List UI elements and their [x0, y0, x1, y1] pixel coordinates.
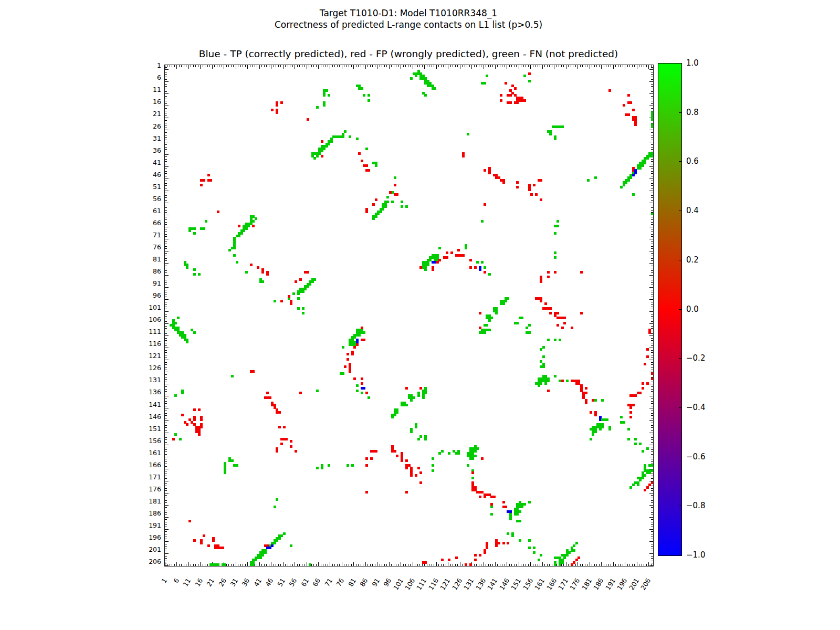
heatmap-cell: [337, 135, 340, 138]
heatmap-cell: [316, 155, 319, 158]
heatmap-cell: [549, 133, 552, 135]
heatmap-cell: [474, 455, 477, 457]
heatmap-cell: [484, 203, 486, 206]
heatmap-cell: [285, 438, 288, 440]
heatmap-cell: [502, 302, 505, 305]
heatmap-cell: [401, 459, 403, 462]
heatmap-cell: [644, 489, 646, 491]
y-tick-label: 156: [137, 437, 161, 445]
heatmap-cell: [276, 450, 278, 453]
y-tick-label: 21: [137, 110, 161, 118]
heatmap-cell: [528, 547, 531, 549]
heatmap-cell: [484, 271, 486, 274]
heatmap-cell: [368, 99, 370, 102]
heatmap-cell: [323, 94, 326, 97]
heatmap-cell: [424, 392, 427, 394]
y-tick-label: 6: [137, 74, 161, 81]
heatmap-cell: [269, 396, 271, 399]
heatmap-cell: [528, 72, 531, 75]
colorbar-tick: [679, 260, 682, 260]
y-tick-label: 61: [137, 207, 161, 215]
heatmap-cell: [471, 477, 474, 479]
heatmap-cell: [342, 135, 344, 138]
heatmap-cell: [540, 348, 542, 351]
y-tick-label: 76: [137, 243, 161, 251]
heatmap-cell: [632, 109, 635, 111]
heatmap-cell: [321, 140, 323, 143]
colorbar-tick: [679, 309, 682, 310]
y-tick-label: 116: [137, 340, 161, 348]
heatmap-cell: [544, 302, 547, 305]
heatmap-cell: [326, 145, 328, 148]
heatmap-cell: [474, 266, 477, 269]
heatmap-cell: [186, 423, 188, 426]
heatmap-cell: [198, 433, 201, 436]
heatmap-cell: [479, 496, 481, 498]
y-tick-label: 196: [137, 533, 161, 541]
heatmap-cell: [535, 193, 538, 196]
colorbar-tick-label: −0.6: [686, 452, 705, 461]
heatmap-cell: [174, 394, 177, 397]
heatmap-cell: [177, 317, 180, 319]
y-tick-label: 31: [137, 134, 161, 142]
heatmap-cell: [297, 297, 300, 300]
heatmap-cell: [493, 496, 496, 498]
heatmap-cell: [386, 196, 389, 198]
heatmap-cell: [620, 416, 623, 418]
heatmap-cell: [521, 317, 523, 319]
colorbar-tick-label: 0.4: [686, 206, 699, 215]
heatmap-cell: [653, 481, 654, 484]
heatmap-cell: [467, 464, 469, 467]
axis-minor-ticks: [651, 65, 653, 566]
heatmap-cell: [394, 450, 396, 453]
heatmap-cell: [264, 551, 267, 554]
heatmap-cell: [608, 89, 611, 92]
heatmap-cell: [344, 130, 346, 133]
heatmap-cell: [646, 348, 649, 351]
heatmap-cell: [417, 438, 420, 440]
heatmap-cell: [370, 457, 373, 460]
heatmap-cell: [528, 501, 531, 503]
heatmap-cell: [533, 551, 536, 554]
heatmap-cell: [233, 247, 236, 249]
heatmap-cell: [419, 435, 422, 438]
heatmap-cell: [432, 464, 434, 467]
heatmap-cell: [203, 179, 205, 182]
heatmap-cell: [476, 447, 479, 450]
heatmap-cell: [438, 247, 441, 249]
heatmap-cell: [236, 464, 238, 467]
colorbar-tick: [679, 358, 682, 359]
heatmap-cell: [561, 125, 564, 128]
colorbar-tick-label: 0.0: [686, 304, 699, 314]
heatmap-cell: [563, 556, 566, 559]
heatmap-cell: [507, 532, 509, 535]
axis-minor-ticks: [165, 564, 653, 566]
y-tick-label: 51: [137, 183, 161, 191]
colorbar-tick: [679, 506, 682, 506]
heatmap-cell: [382, 208, 384, 211]
heatmap-cell: [571, 327, 573, 329]
heatmap-cell: [233, 237, 236, 239]
heatmap-cell: [361, 392, 363, 394]
heatmap-cell: [469, 259, 472, 261]
heatmap-cell: [651, 469, 654, 472]
y-tick-label: 66: [137, 219, 161, 227]
heatmap-cell: [269, 547, 271, 549]
heatmap-cell: [481, 457, 484, 460]
heatmap-cell: [419, 481, 422, 484]
heatmap-cell: [363, 331, 365, 334]
heatmap-cell: [363, 339, 365, 341]
heatmap-cell: [648, 471, 651, 474]
heatmap-cell: [280, 443, 283, 445]
heatmap-cell: [203, 227, 205, 230]
heatmap-cell: [653, 372, 654, 375]
heatmap-cell: [340, 135, 342, 138]
heatmap-cell: [290, 440, 292, 443]
heatmap-cell: [415, 474, 417, 477]
axis-minor-ticks: [165, 65, 167, 566]
axis-minor-ticks: [165, 65, 169, 566]
heatmap-plot-area: [164, 65, 654, 566]
heatmap-cell: [484, 82, 486, 85]
heatmap-cell: [271, 544, 274, 547]
heatmap-cell: [365, 164, 368, 167]
